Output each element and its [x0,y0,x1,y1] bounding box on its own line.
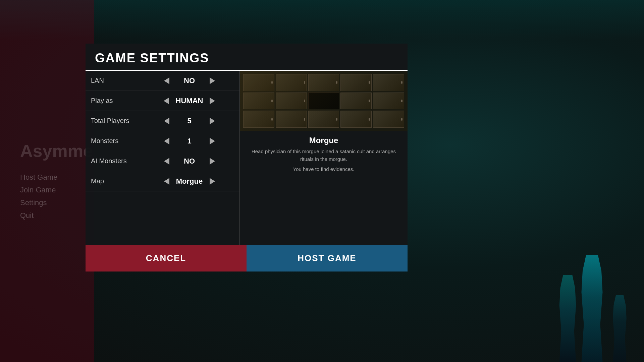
figure-3 [612,295,627,362]
setting-label-ai-monsters: AI Monsters [91,157,145,165]
setting-controls-total-players: 5 [145,117,234,125]
setting-controls-monsters: 1 [145,137,234,145]
sidebar-title: Asymme [20,142,87,160]
monsters-value: 1 [176,137,203,145]
ai-monsters-next-button[interactable] [210,158,215,165]
map-description: Head physician of this morgue joined a s… [240,148,408,163]
preview-panel: Morgue Head physician of this morgue joi… [240,71,408,245]
game-settings-dialog: GAME SETTINGS LAN NO Play as HUMAN [86,44,408,245]
lan-next-button[interactable] [210,77,215,84]
locker-grid [240,71,408,131]
map-preview-image [240,71,408,131]
monsters-prev-button[interactable] [164,138,169,144]
sidebar-item-host-game[interactable]: Host Game [20,173,87,182]
sidebar-item-settings[interactable]: Settings [20,198,87,207]
dialog-body: LAN NO Play as HUMAN Total Players [86,71,408,245]
setting-label-play-as: Play as [91,97,145,105]
dialog-footer: CANCEL HOST GAME [86,245,408,272]
map-prev-button[interactable] [164,178,169,185]
dialog-header: GAME SETTINGS [86,44,408,71]
setting-label-map: Map [91,177,145,185]
map-value: Morgue [176,177,203,186]
setting-controls-map: Morgue [145,177,234,186]
setting-controls-ai-monsters: NO [145,157,234,166]
map-next-button[interactable] [210,178,215,185]
setting-label-monsters: Monsters [91,137,145,145]
settings-panel: LAN NO Play as HUMAN Total Players [86,71,240,245]
total-players-next-button[interactable] [210,118,215,124]
monsters-next-button[interactable] [210,138,215,144]
teal-accent [0,0,644,40]
locker-cell [373,93,404,110]
setting-row-lan: LAN NO [86,71,239,91]
figure-2 [558,275,577,362]
locker-cell [340,111,372,128]
setting-label-lan: LAN [91,77,145,84]
locker-cell [243,74,274,91]
setting-row-ai-monsters: AI Monsters NO [86,151,239,171]
lan-prev-button[interactable] [164,77,169,84]
map-name: Morgue [309,136,338,145]
locker-cell [243,93,274,110]
ai-monsters-prev-button[interactable] [164,158,169,165]
setting-label-total-players: Total Players [91,117,145,125]
ai-monsters-value: NO [176,157,203,166]
dialog-title: GAME SETTINGS [95,51,209,65]
locker-cell [243,111,274,128]
locker-cell [340,74,372,91]
total-players-value: 5 [176,117,203,125]
play-as-prev-button[interactable] [164,98,169,104]
locker-cell-open [308,93,339,110]
setting-row-map: Map Morgue [86,171,239,191]
setting-row-total-players: Total Players 5 [86,111,239,131]
figure-1 [580,255,604,362]
play-as-next-button[interactable] [210,98,215,104]
sidebar-menu: Host Game Join Game Settings Quit [20,173,87,220]
setting-controls-play-as: HUMAN [145,97,234,105]
sidebar-item-join-game[interactable]: Join Game [20,186,87,194]
locker-cell [373,74,404,91]
locker-cell [308,111,339,128]
locker-cell [276,93,307,110]
locker-cell [276,111,307,128]
cancel-button[interactable]: CANCEL [86,245,247,272]
host-game-button[interactable]: HOST GAME [247,245,408,272]
bg-figures [476,194,644,362]
total-players-prev-button[interactable] [164,118,169,124]
locker-cell [308,74,339,91]
setting-row-play-as: Play as HUMAN [86,91,239,111]
locker-cell [373,111,404,128]
lan-value: NO [176,76,203,85]
locker-cell [276,74,307,91]
locker-cell [340,93,372,110]
map-description-2: You have to find evidences. [286,163,361,173]
setting-row-monsters: Monsters 1 [86,131,239,151]
sidebar-item-quit[interactable]: Quit [20,211,87,220]
play-as-value: HUMAN [176,97,203,105]
sidebar: Asymme Host Game Join Game Settings Quit [0,0,87,362]
setting-controls-lan: NO [145,76,234,85]
